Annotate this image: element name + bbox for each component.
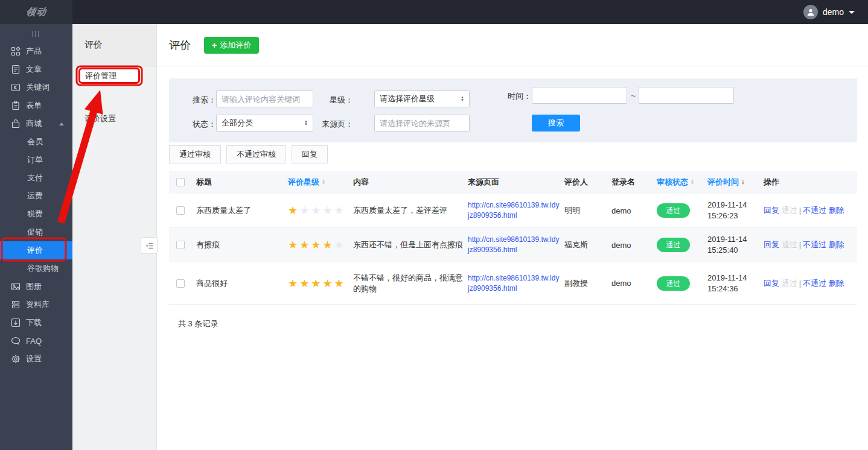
sidebar-item-articles[interactable]: 文章 <box>0 60 72 78</box>
reject-link[interactable]: 不通过 <box>803 240 826 249</box>
sidebar-item-label: 运费 <box>27 191 43 201</box>
search-label: 搜索： <box>180 95 216 106</box>
reply-link[interactable]: 回复 <box>764 206 779 215</box>
select-all-checkbox[interactable] <box>176 178 185 186</box>
submenu-item-review-management[interactable]: 评价管理 <box>78 68 140 84</box>
submenu-item-review-settings[interactable]: 评价设置 <box>85 113 116 124</box>
sidebar-item-label: 下载 <box>26 317 42 328</box>
star-filled-icon: ★ <box>288 204 299 217</box>
sidebar-item-keywords[interactable]: 关键词 <box>0 78 72 97</box>
sidebar-item-settings[interactable]: 设置 <box>0 350 72 368</box>
bulk-reject-button[interactable]: 不通过审核 <box>226 145 286 163</box>
search-input[interactable] <box>216 90 313 107</box>
sidebar-item-label: 产品 <box>26 46 42 57</box>
star-rating: ★★★★★ <box>288 277 346 290</box>
row-checkbox[interactable] <box>176 206 185 215</box>
sidebar-item-label: 商城 <box>26 118 42 129</box>
sidebar-item-albums[interactable]: 图册 <box>0 277 72 296</box>
review-title: 商品很好 <box>196 278 288 289</box>
sidebar-item-reviews[interactable]: 评价 <box>0 241 72 259</box>
sidebar-item-label: 谷歌购物 <box>27 263 59 274</box>
delete-link[interactable]: 删除 <box>829 240 844 249</box>
keyword-icon <box>11 83 21 92</box>
sidebar-item-promotion[interactable]: 促销 <box>0 223 72 241</box>
source-page-link[interactable]: http://cn.site98610139.tw.ldyjz8909356.h… <box>468 273 560 294</box>
source-page-link[interactable]: http://cn.site98610139.tw.ldyjz8909356.h… <box>468 235 560 255</box>
star-empty-icon: ★ <box>322 204 334 217</box>
header-title: 标题 <box>196 177 288 188</box>
grid-icon <box>11 46 21 56</box>
star-filter-value: 请选择评价星级 <box>380 93 435 104</box>
topbar: 领动 demo <box>0 0 868 24</box>
star-filter-select[interactable]: 请选择评价星级 ▲▼ <box>374 90 470 107</box>
chevron-up-icon <box>59 122 64 125</box>
sidebar-item-payment[interactable]: 支付 <box>0 169 72 187</box>
sidebar-item-downloads[interactable]: 下载 <box>0 314 72 332</box>
download-icon <box>11 318 21 328</box>
star-filled-icon: ★ <box>311 239 322 251</box>
status-badge: 通过 <box>657 238 690 252</box>
add-review-button[interactable]: + 添加评价 <box>204 37 259 54</box>
sidebar-item-label: 促销 <box>27 227 43 238</box>
review-title: 东西质量太差了 <box>196 205 288 216</box>
sidebar-item-google-shopping[interactable]: 谷歌购物 <box>0 259 72 277</box>
source-page-input[interactable] <box>374 115 470 132</box>
time-from-input[interactable] <box>532 87 627 104</box>
sidebar-item-library[interactable]: 资料库 <box>0 296 72 314</box>
star-rating: ★★★★★ <box>288 204 346 217</box>
reject-link[interactable]: 不通过 <box>803 206 826 215</box>
sidebar-item-products[interactable]: 产品 <box>0 42 72 60</box>
sidebar-item-label: 文章 <box>26 64 42 75</box>
sidebar-item-members[interactable]: 会员 <box>0 133 72 151</box>
star-empty-icon: ★ <box>311 204 322 217</box>
sort-arrows-icon: ▲▼ <box>741 179 745 185</box>
form-icon <box>11 101 21 110</box>
header-audit-status[interactable]: 审核状态 ▲▼ <box>657 177 707 188</box>
sidebar-item-label: 税费 <box>27 209 43 220</box>
sidebar-item-orders[interactable]: 订单 <box>0 151 72 169</box>
gear-icon <box>11 354 21 364</box>
plus-icon: + <box>212 40 217 50</box>
row-actions: 回复 通过|不通过 删除 <box>764 278 857 289</box>
submenu-title: 评价 <box>72 24 156 66</box>
reject-link[interactable]: 不通过 <box>803 279 826 288</box>
status-badge: 通过 <box>657 276 690 291</box>
header-star-rating[interactable]: 评价星级 ▲▼ <box>288 177 353 188</box>
sidebar-item-tax[interactable]: 税费 <box>0 205 72 223</box>
status-filter-select[interactable]: 全部分类 ▲▼ <box>216 115 313 132</box>
chat-bubble-icon <box>11 336 21 346</box>
page-header: 评价 + 添加评价 <box>157 24 868 66</box>
sidebar-item-mall[interactable]: 商城 <box>0 115 72 133</box>
star-filled-icon: ★ <box>322 239 334 251</box>
action-separator: | <box>799 279 801 288</box>
sidebar-item-label: 评价 <box>27 245 43 256</box>
reply-link[interactable]: 回复 <box>764 240 779 249</box>
sidebar-item-forms[interactable]: 表单 <box>0 97 72 115</box>
bulk-approve-button[interactable]: 通过审核 <box>169 145 221 163</box>
review-time: 2019-11-14 15:26:23 <box>707 200 764 221</box>
user-name: demo <box>823 7 844 17</box>
collapse-submenu-button[interactable] <box>141 237 158 254</box>
row-checkbox[interactable] <box>176 279 185 288</box>
delete-link[interactable]: 删除 <box>829 206 844 215</box>
header-review-time[interactable]: 评价时间 ▲▼ <box>707 177 764 188</box>
select-arrows-icon: ▲▼ <box>304 120 308 126</box>
sidebar: ||| 产品 文章 关键词 表单 商城 会员 订单 支付 运费 税费 <box>0 24 72 450</box>
reply-link[interactable]: 回复 <box>764 279 779 288</box>
reviewer-name: 明明 <box>564 205 611 216</box>
sidebar-item-faq[interactable]: FAQ <box>0 332 72 350</box>
search-button[interactable]: 搜索 <box>532 115 580 132</box>
bulk-reply-button[interactable]: 回复 <box>292 145 328 163</box>
sidebar-item-shipping[interactable]: 运费 <box>0 187 72 205</box>
source-page-link[interactable]: http://cn.site98610139.tw.ldyjz8909356.h… <box>468 200 560 221</box>
user-menu[interactable]: demo <box>803 5 868 19</box>
filter-panel: 搜索： 星级： 请选择评价星级 ▲▼ 时间： ~ 状态： 全部分类 ▲▼ 来源页… <box>169 78 857 142</box>
star-filter-label: 星级： <box>317 95 353 106</box>
review-time: 2019-11-14 15:24:36 <box>707 273 764 294</box>
status-badge: 通过 <box>657 203 690 218</box>
sidebar-item-label: FAQ <box>26 337 42 346</box>
time-to-input[interactable] <box>639 87 734 104</box>
row-checkbox[interactable] <box>176 241 185 249</box>
delete-link[interactable]: 删除 <box>829 279 844 288</box>
sidebar-collapse-handle[interactable]: ||| <box>0 24 72 42</box>
